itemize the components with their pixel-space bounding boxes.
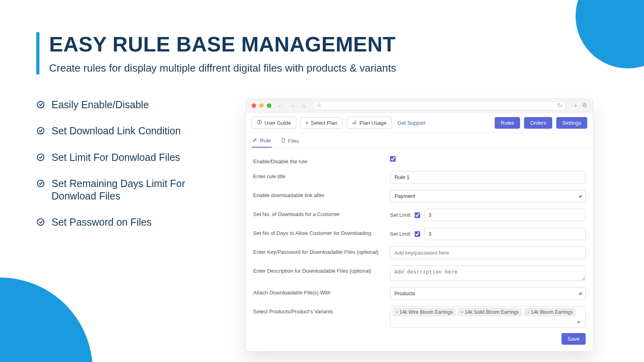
svg-rect-7	[582, 103, 585, 106]
feature-text: Easily Enable/Disable	[52, 99, 149, 111]
window-minimize-icon[interactable]	[259, 103, 264, 108]
feature-item: Set Remaining Days Limit For Donwload Fi…	[36, 177, 229, 203]
days-limit-checkbox[interactable]	[415, 231, 420, 237]
remove-tag-icon[interactable]: ×	[461, 310, 463, 315]
app-topbar: User Guide + Select Plan Plan Usage Get …	[246, 113, 593, 133]
page-header: EASY RULE BASE MANAGEMENT Create rules f…	[36, 32, 644, 74]
feature-text: Set Password on Files	[52, 216, 152, 228]
svg-point-10	[259, 123, 260, 123]
plan-usage-label: Plan Usage	[359, 120, 386, 126]
password-input[interactable]	[390, 247, 586, 259]
svg-point-3	[37, 180, 44, 187]
select-plan-label: Select Plan	[311, 120, 337, 126]
tabs-overview-icon[interactable]	[582, 102, 587, 109]
check-icon	[36, 126, 45, 135]
page-title: EASY RULE BASE MANAGEMENT	[49, 32, 644, 56]
password-label: Enter Key/Password for Downloadable File…	[253, 247, 390, 255]
product-tag[interactable]: ×14k Wire Bloom Earrings	[393, 308, 456, 316]
remove-tag-icon[interactable]: ×	[527, 310, 529, 315]
plan-usage-button[interactable]: Plan Usage	[347, 117, 392, 129]
rule-title-label: Enter rule title	[253, 171, 390, 179]
file-icon	[281, 138, 286, 144]
rules-button[interactable]: Rules	[495, 117, 520, 129]
check-icon	[36, 218, 45, 226]
tag-label: 14k Bloom Earrings	[531, 309, 573, 315]
products-tag-input[interactable]: ×14k Wire Bloom Earrings ×14k Solid Bloo…	[390, 306, 586, 327]
user-guide-label: User Guide	[264, 120, 291, 126]
check-icon	[36, 100, 45, 109]
save-button[interactable]: Save	[561, 333, 586, 345]
set-limit-label: Set Limit	[390, 212, 411, 218]
link-after-label: Enable downloadable link after	[253, 190, 390, 198]
page-subtitle: Create rules for display multiple diffre…	[49, 62, 644, 74]
browser-frame: ← → ⌂ ↻ +	[246, 99, 593, 352]
get-support-link[interactable]: Get Support	[397, 120, 425, 126]
app-body: User Guide + Select Plan Plan Usage Get …	[246, 113, 593, 351]
enable-rule-checkbox[interactable]	[390, 156, 396, 162]
clear-all-tags-button[interactable]: ×	[574, 319, 583, 325]
help-icon	[257, 119, 262, 126]
link-after-value: Payment	[394, 193, 415, 199]
feature-item: Set Password on Files	[36, 216, 229, 228]
search-icon	[317, 102, 322, 109]
rule-title-input[interactable]	[390, 171, 586, 183]
window-close-icon[interactable]	[252, 103, 256, 108]
tab-files-label: Files	[288, 138, 299, 144]
url-bar[interactable]: ↻	[313, 101, 566, 110]
downloads-limit-checkbox[interactable]	[415, 212, 420, 218]
feature-text: Set Remaining Days Limit For Donwload Fi…	[52, 177, 229, 203]
feature-list: Easily Enable/Disable Set Download Link …	[36, 99, 229, 243]
back-icon[interactable]: ←	[278, 103, 283, 109]
feature-item: Set Download Link Condition	[36, 125, 229, 137]
browser-chrome: ← → ⌂ ↻ +	[246, 99, 593, 113]
reload-icon[interactable]: ↻	[557, 102, 562, 109]
user-guide-button[interactable]: User Guide	[252, 117, 296, 129]
window-maximize-icon[interactable]	[267, 103, 271, 108]
select-plan-button[interactable]: + Select Plan	[300, 117, 343, 129]
feature-item: Set Limit For Donwload Files	[36, 151, 229, 164]
svg-line-6	[320, 106, 321, 107]
downloads-limit-input[interactable]	[424, 209, 586, 221]
feature-item: Easily Enable/Disable	[36, 99, 229, 111]
attach-value: Products	[394, 290, 415, 296]
rule-form: Enable/Disable the rule Enter rule title…	[246, 148, 593, 351]
check-icon	[36, 179, 45, 188]
chart-icon	[352, 119, 357, 126]
set-limit-label: Set Limit	[390, 231, 411, 237]
days-label: Set No of Days to Allow Customer for Dow…	[253, 228, 390, 236]
check-icon	[36, 153, 45, 162]
days-limit-input[interactable]	[424, 228, 586, 240]
orders-button[interactable]: Orders	[524, 117, 552, 129]
product-tag[interactable]: ×14k Solid Bloom Earrings	[458, 308, 522, 316]
edit-icon	[252, 137, 258, 144]
product-tag[interactable]: ×14k Bloom Earrings	[524, 308, 576, 316]
chevron-updown-icon: ▴▾	[579, 291, 581, 296]
svg-point-2	[37, 154, 44, 160]
description-label: Enter Description for Downloadable Files…	[253, 265, 390, 274]
forward-icon[interactable]: →	[290, 103, 295, 109]
chevron-updown-icon: ▴▾	[579, 193, 581, 199]
svg-point-1	[37, 128, 44, 134]
description-textarea[interactable]	[390, 265, 586, 281]
svg-point-0	[37, 101, 44, 108]
link-after-select[interactable]: Payment ▴▾	[390, 190, 586, 202]
home-icon[interactable]: ⌂	[302, 103, 305, 109]
downloads-label: Set No. of Downloads for a Customer	[253, 209, 390, 217]
svg-point-4	[37, 219, 44, 226]
enable-rule-label: Enable/Disable the rule	[253, 156, 390, 165]
remove-tag-icon[interactable]: ×	[396, 310, 398, 315]
settings-button[interactable]: Settings	[556, 117, 587, 129]
feature-text: Set Limit For Donwload Files	[52, 151, 180, 164]
feature-text: Set Download Link Condition	[52, 125, 181, 137]
attach-label: Attach Downloadable File(s) With	[253, 287, 390, 296]
svg-point-5	[318, 104, 320, 106]
svg-rect-8	[584, 104, 586, 107]
tab-bar: Rule Files	[246, 133, 593, 148]
attach-select[interactable]: Products ▴▾	[390, 287, 586, 300]
select-products-label: Select Products/Product's Variants	[253, 306, 390, 315]
tab-rule[interactable]: Rule	[252, 133, 272, 148]
tag-label: 14k Solid Bloom Earrings	[465, 309, 519, 315]
new-tab-icon[interactable]: +	[574, 102, 578, 109]
plus-icon: +	[305, 120, 309, 126]
tab-files[interactable]: Files	[280, 133, 300, 148]
